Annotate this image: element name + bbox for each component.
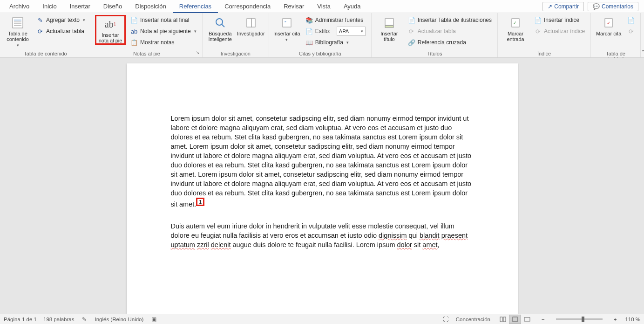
svg-rect-11 (385, 19, 393, 25)
search-icon (213, 16, 227, 30)
tab-vista[interactable]: Vista (311, 0, 337, 13)
view-print-button[interactable] (509, 315, 521, 324)
insert-caption-button[interactable]: Insertar título (375, 15, 403, 42)
group-research-label: Investigación (206, 50, 265, 56)
statusbar: Página 1 de 1 198 palabras ✎ Inglés (Rei… (0, 314, 644, 324)
svg-point-5 (216, 19, 223, 25)
update-toa-button[interactable]: ⟳ (625, 26, 637, 36)
insert-toa-button[interactable]: 📄 (625, 15, 637, 25)
cross-ref-icon: 🔗 (408, 39, 415, 46)
svg-text:✓: ✓ (607, 21, 610, 26)
group-toc-label: Tabla de contenido (4, 50, 87, 56)
svg-rect-19 (513, 317, 517, 322)
mark-entry-button[interactable]: ✓ Marcar entrada (502, 15, 529, 42)
sources-icon: 📚 (305, 16, 313, 24)
show-notes-icon: 📋 (130, 39, 138, 46)
zoom-slider[interactable] (556, 318, 603, 320)
tab-ayuda[interactable]: Ayuda (337, 0, 367, 13)
update-toc-button[interactable]: ⟳Actualizar tabla (34, 26, 87, 36)
zoom-thumb[interactable] (582, 317, 584, 322)
insert-tof-button[interactable]: 📄Insertar Tabla de ilustraciones (406, 15, 494, 25)
smart-lookup-button[interactable]: Búsqueda inteligente (206, 15, 234, 42)
update-icon: ⟳ (534, 28, 542, 35)
update-captions-button[interactable]: ⟳Actualizar tabla (406, 26, 494, 36)
cross-ref-button[interactable]: 🔗Referencia cruzada (406, 37, 494, 48)
next-footnote-button[interactable]: abNota al pie siguiente▾ (129, 26, 198, 36)
status-focus[interactable]: Concentración (456, 317, 490, 322)
group-captions: Insertar título 📄Insertar Tabla de ilust… (372, 13, 498, 57)
toc-button[interactable]: Tabla de contenido▾ (4, 15, 32, 48)
mark-citation-icon: ✓ (602, 16, 616, 30)
show-notes-button[interactable]: 📋Mostrar notas (129, 37, 198, 48)
group-research: Búsqueda inteligente Investigador Invest… (203, 13, 269, 57)
tof-icon: 📄 (408, 16, 415, 24)
footnote-marker[interactable]: 1 (196, 198, 204, 206)
index-icon: 📄 (534, 16, 542, 24)
focus-mode-icon[interactable]: ⛶ (442, 316, 449, 323)
toa-icon: 📄 (627, 16, 635, 24)
share-icon: ↗ (548, 3, 552, 10)
caption-icon (382, 16, 396, 30)
svg-rect-7 (247, 19, 251, 27)
document-area[interactable]: Lorem ipsum dolor sit amet, consetetur s… (0, 58, 644, 314)
footnotes-launcher[interactable]: ↘ (196, 50, 199, 55)
add-text-button[interactable]: ✎Agregar texto▾ (34, 15, 87, 25)
view-read-button[interactable] (497, 315, 509, 324)
update-icon: ⟳ (627, 28, 635, 35)
status-page[interactable]: Página 1 de 1 (4, 317, 37, 322)
tab-archivo[interactable]: Archivo (3, 0, 36, 13)
paragraph-1[interactable]: Lorem ipsum dolor sit amet, consetetur s… (171, 114, 474, 209)
update-icon: ⟳ (408, 28, 415, 35)
group-footnotes: ab1 Insertar nota al pie 📄Insertar nota … (91, 13, 203, 57)
endnote-icon: 📄 (130, 16, 138, 24)
group-toa-label: Tabla de autoridades (595, 50, 637, 56)
footnote-icon: ab1 (103, 17, 117, 31)
status-words[interactable]: 198 palabras (43, 317, 75, 322)
menu-tabs: Archivo Inicio Insertar Diseño Disposici… (0, 0, 644, 13)
insert-endnote-button[interactable]: 📄Insertar nota al final (129, 15, 198, 25)
manage-sources-button[interactable]: 📚Administrar fuentes (304, 15, 367, 25)
collapse-ribbon-button[interactable]: ⌃ (641, 13, 644, 57)
zoom-in-button[interactable]: + (612, 317, 619, 322)
citation-style-select[interactable]: 📄Estilo: APA▾ (304, 26, 367, 36)
svg-text:”: ” (285, 20, 286, 26)
page[interactable]: Lorem ipsum dolor sit amet, consetetur s… (127, 63, 518, 314)
citation-icon: ” (280, 16, 294, 30)
comment-icon: 💬 (593, 3, 600, 10)
svg-rect-12 (385, 26, 393, 28)
insert-citation-button[interactable]: ” Insertar cita▾ (273, 15, 301, 42)
mark-entry-icon: ✓ (508, 16, 522, 30)
paragraph-2[interactable]: Duis autem vel eum iriure dolor in hendr… (171, 221, 474, 249)
svg-rect-8 (251, 19, 255, 27)
style-icon: 📄 (305, 28, 313, 35)
tab-insertar[interactable]: Insertar (63, 0, 97, 13)
update-icon: ⟳ (36, 28, 44, 35)
group-citations-label: Citas y bibliografía (273, 50, 367, 56)
insert-footnote-button[interactable]: ab1 Insertar nota al pie (95, 15, 126, 45)
tab-diseno[interactable]: Diseño (97, 0, 129, 13)
status-language[interactable]: Inglés (Reino Unido) (95, 317, 143, 322)
ribbon: Tabla de contenido▾ ✎Agregar texto▾ ⟳Act… (0, 13, 644, 58)
mark-citation-button[interactable]: ✓ Marcar cita (595, 15, 623, 36)
view-web-button[interactable] (521, 315, 533, 324)
insert-index-button[interactable]: 📄Insertar índice (532, 15, 587, 25)
tab-revisar[interactable]: Revisar (277, 0, 311, 13)
group-captions-label: Títulos (375, 50, 494, 56)
tab-correspondencia[interactable]: Correspondencia (218, 0, 277, 13)
share-button[interactable]: ↗Compartir (542, 2, 584, 11)
zoom-level[interactable]: 110 % (625, 317, 640, 322)
group-citations: ” Insertar cita▾ 📚Administrar fuentes 📄E… (269, 13, 372, 57)
comments-button[interactable]: 💬Comentarios (588, 2, 638, 11)
svg-text:✓: ✓ (513, 21, 517, 25)
add-text-icon: ✎ (36, 16, 44, 24)
macro-icon[interactable]: ▣ (150, 316, 157, 323)
zoom-out-button[interactable]: − (540, 317, 547, 322)
update-index-button[interactable]: ⟳Actualizar índice (532, 26, 587, 36)
bibliography-button[interactable]: 📖Bibliografía▾ (304, 37, 367, 48)
group-index-label: Índice (502, 50, 587, 56)
tab-disposicion[interactable]: Disposición (129, 0, 172, 13)
tab-referencias[interactable]: Referencias (173, 0, 218, 13)
spellcheck-icon[interactable]: ✎ (81, 316, 88, 323)
researcher-button[interactable]: Investigador (237, 15, 265, 36)
tab-inicio[interactable]: Inicio (36, 0, 63, 13)
